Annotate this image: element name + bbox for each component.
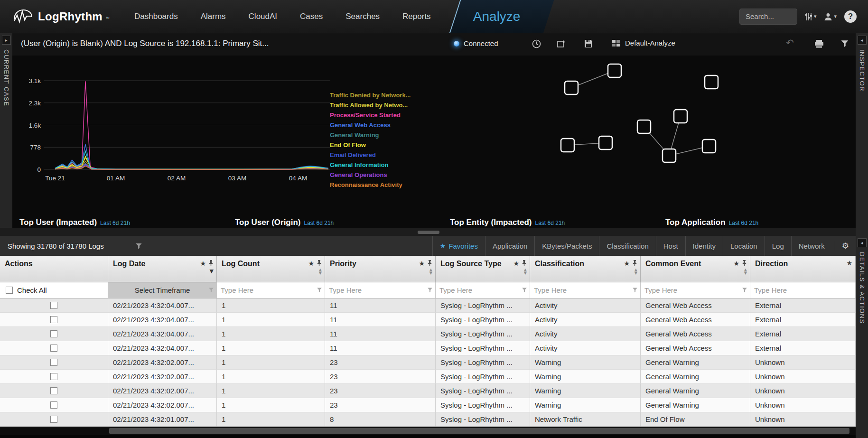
- column-filter-funnel-icon[interactable]: [317, 287, 322, 293]
- expand-current-case-button[interactable]: ▸: [2, 36, 11, 45]
- graph-node-4[interactable]: [674, 110, 687, 123]
- sort-icons[interactable]: ▲▼: [319, 268, 322, 275]
- table-row[interactable]: 02/21/2023 4:32:02.007...123Syslog - Log…: [0, 370, 856, 384]
- nav-item-reports[interactable]: Reports: [402, 12, 431, 21]
- row-checkbox[interactable]: [50, 416, 57, 423]
- check-all-checkbox[interactable]: [6, 287, 13, 294]
- tab-network[interactable]: Network: [791, 236, 832, 256]
- nav-item-cases[interactable]: Cases: [300, 12, 323, 21]
- legend-item-email-delivered[interactable]: Email Delivered: [330, 151, 411, 158]
- nav-item-cloudai[interactable]: CloudAI: [249, 12, 277, 21]
- column-header-log-date[interactable]: Log Date★▼: [108, 256, 217, 282]
- pin-column-icon[interactable]: [742, 260, 747, 267]
- undo-button[interactable]: ↶: [786, 38, 794, 47]
- details-actions-panel-strip[interactable]: ◂ DETAILS & ACTIONS: [856, 236, 868, 438]
- column-header-direction[interactable]: Direction★: [750, 256, 856, 282]
- sort-icons[interactable]: ▲▼: [744, 268, 747, 275]
- table-row[interactable]: 02/21/2023 4:32:04.007...111Syslog - Log…: [0, 298, 856, 313]
- column-filter-funnel-icon[interactable]: [632, 287, 638, 293]
- filter-cell-common-event[interactable]: Type Here: [641, 282, 750, 298]
- current-case-panel-strip[interactable]: ▸ CURRENT CASE: [0, 33, 12, 228]
- column-filter-funnel-icon[interactable]: [522, 287, 527, 293]
- table-row[interactable]: 02/21/2023 4:32:01.007...18Syslog - LogR…: [0, 412, 856, 427]
- user-menu-button[interactable]: ▾: [824, 12, 837, 21]
- help-icon[interactable]: ?: [844, 10, 857, 23]
- graph-node-0[interactable]: [608, 64, 621, 77]
- table-row[interactable]: 02/21/2023 4:32:02.007...123Syslog - Log…: [0, 398, 856, 412]
- table-row[interactable]: 02/21/2023 4:32:02.007...123Syslog - Log…: [0, 384, 856, 398]
- nav-item-alarms[interactable]: Alarms: [201, 12, 226, 21]
- favorite-column-icon[interactable]: ★: [200, 260, 206, 267]
- nav-item-searches[interactable]: Searches: [345, 12, 380, 21]
- row-checkbox[interactable]: [50, 373, 57, 380]
- legend-item-reconnaissance-activity[interactable]: Reconnaissance Activity: [330, 181, 411, 188]
- pin-column-icon[interactable]: [317, 260, 322, 267]
- tab-favorites[interactable]: ★Favorites: [432, 236, 485, 256]
- legend-item-traffic-allowed-by-netwo[interactable]: Traffic Allowed by Netwo...: [330, 102, 411, 109]
- row-checkbox[interactable]: [50, 302, 57, 309]
- legend-item-traffic-denied-by-network[interactable]: Traffic Denied by Network...: [330, 92, 411, 99]
- legend-item-general-warning[interactable]: General Warning: [330, 131, 411, 139]
- layout-selector[interactable]: Default-Analyze: [611, 39, 675, 47]
- tab-identity[interactable]: Identity: [685, 236, 723, 256]
- filter-cell-actions[interactable]: Check All: [0, 282, 108, 298]
- grid-filter-button[interactable]: [135, 242, 142, 250]
- inspector-panel-strip[interactable]: ◂ INSPECTOR: [856, 33, 868, 236]
- filter-button[interactable]: [840, 39, 849, 48]
- column-header-classification[interactable]: Classification★▲▼: [530, 256, 641, 282]
- graph-node-5[interactable]: [561, 139, 574, 152]
- graph-node-7[interactable]: [663, 149, 676, 162]
- graph-node-6[interactable]: [599, 136, 612, 149]
- favorite-column-icon[interactable]: ★: [733, 260, 739, 267]
- filter-cell-priority[interactable]: Type Here: [325, 282, 436, 298]
- time-range-button[interactable]: [532, 39, 541, 48]
- graph-node-3[interactable]: [637, 120, 651, 133]
- row-checkbox[interactable]: [50, 387, 57, 394]
- favorite-column-icon[interactable]: ★: [624, 260, 630, 267]
- favorite-column-icon[interactable]: ★: [513, 260, 519, 267]
- legend-item-general-operations[interactable]: General Operations: [330, 171, 411, 178]
- column-header-log-source-type[interactable]: Log Source Type★▲▼: [436, 256, 530, 282]
- horizontal-scrollbar[interactable]: [0, 427, 856, 435]
- horizontal-scrollbar-handle[interactable]: [109, 428, 849, 434]
- table-row[interactable]: 02/21/2023 4:32:02.007...123Syslog - Log…: [0, 355, 856, 370]
- save-search-button[interactable]: [584, 39, 593, 48]
- column-header-actions[interactable]: Actions: [0, 256, 108, 282]
- favorite-column-icon[interactable]: ★: [308, 260, 314, 267]
- tab-location[interactable]: Location: [723, 236, 765, 256]
- expand-inspector-button[interactable]: ◂: [858, 36, 867, 45]
- table-row[interactable]: 02/21/2023 4:32:04.007...111Syslog - Log…: [0, 313, 856, 327]
- row-checkbox[interactable]: [50, 345, 57, 352]
- row-checkbox[interactable]: [50, 316, 57, 323]
- favorite-column-icon[interactable]: ★: [419, 260, 425, 267]
- pin-column-icon[interactable]: [427, 260, 432, 267]
- sort-icons[interactable]: ▲▼: [635, 268, 637, 275]
- favorite-column-icon[interactable]: ★: [846, 260, 852, 266]
- tab-application[interactable]: Application: [485, 236, 534, 256]
- pin-to-dashboard-button[interactable]: [557, 39, 566, 48]
- print-button[interactable]: [814, 39, 824, 48]
- row-checkbox[interactable]: [50, 401, 57, 409]
- table-row[interactable]: 02/21/2023 4:32:04.007...111Syslog - Log…: [0, 327, 856, 341]
- row-checkbox[interactable]: [50, 330, 57, 337]
- column-filter-funnel-icon[interactable]: [427, 287, 433, 293]
- tab-classification[interactable]: Classification: [599, 236, 655, 256]
- sort-desc-icon[interactable]: ▼: [210, 268, 214, 274]
- graph-node-1[interactable]: [565, 81, 578, 94]
- expand-details-actions-button[interactable]: ◂: [858, 238, 867, 247]
- nav-item-dashboards[interactable]: Dashboards: [134, 12, 178, 21]
- legend-item-general-information[interactable]: General Information: [330, 161, 411, 168]
- row-checkbox[interactable]: [50, 359, 57, 366]
- pin-column-icon[interactable]: [632, 260, 637, 267]
- column-filter-funnel-icon[interactable]: [208, 287, 214, 293]
- graph-node-8[interactable]: [702, 140, 716, 153]
- filter-cell-log-date[interactable]: Select Timeframe: [108, 282, 217, 298]
- tab-kbytes-packets[interactable]: KBytes/Packets: [534, 236, 599, 256]
- filter-cell-log-source-type[interactable]: Type Here: [436, 282, 530, 298]
- column-filter-funnel-icon[interactable]: [742, 287, 747, 293]
- column-header-priority[interactable]: Priority★▲▼: [325, 256, 436, 282]
- pin-column-icon[interactable]: [208, 260, 214, 267]
- nav-item-analyze-active[interactable]: Analyze: [452, 0, 542, 33]
- legend-item-process-service-started[interactable]: Process/Service Started: [330, 112, 411, 119]
- logrhythm-logo[interactable]: LogRhythm™: [0, 9, 110, 25]
